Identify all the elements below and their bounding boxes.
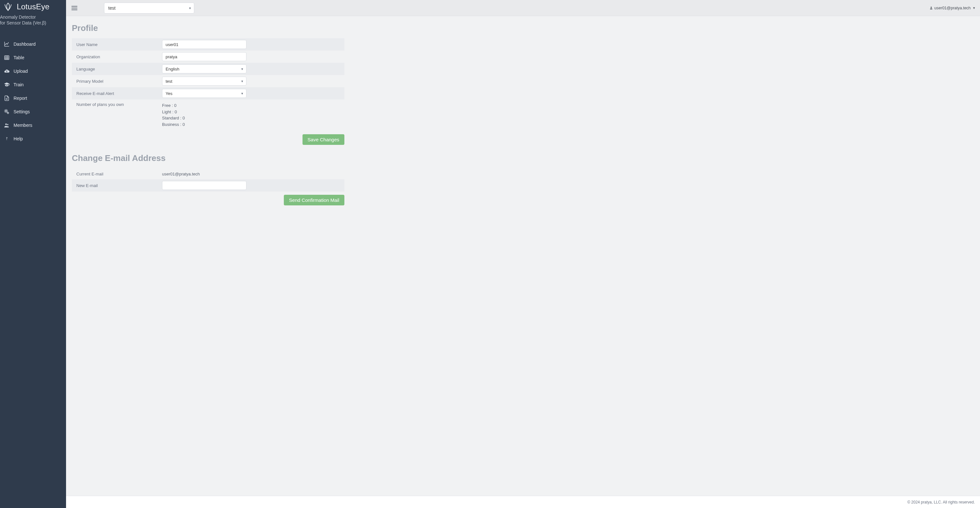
new-email-input[interactable]	[162, 181, 247, 190]
value-primary-model: test ▾	[162, 76, 344, 87]
sidebar-item-label: Settings	[14, 109, 30, 114]
main: Profile User Name Organization Language	[66, 0, 980, 508]
email-panel: Current E-mail user01@pratya.tech New E-…	[72, 168, 344, 192]
profile-title: Profile	[72, 23, 974, 33]
plan-standard: Standard : 0	[162, 115, 342, 121]
row-new-email: New E-mail	[72, 179, 344, 192]
email-actions: Send Confirmation Mail	[72, 195, 344, 205]
label-primary-model: Primary Model	[72, 79, 162, 84]
value-organization	[162, 51, 344, 62]
sidebar-item-label: Table	[14, 55, 24, 60]
brand-tagline-line1: Anomaly Detector	[0, 14, 36, 20]
graduation-cap-icon	[4, 82, 10, 87]
sidebar-item-label: Upload	[14, 68, 28, 74]
sidebar-item-help[interactable]: Help	[0, 132, 66, 146]
row-language: Language English ▾	[72, 63, 344, 75]
svg-point-1	[5, 110, 7, 112]
footer-copyright: © 2024 pratya, LLC. All rights reserved.	[907, 500, 975, 505]
label-receive-alert: Receive E-mail Alert	[72, 91, 162, 96]
sidebar-item-table[interactable]: Table	[0, 51, 66, 64]
brand-name: LotusEye	[17, 2, 49, 11]
sidebar-item-settings[interactable]: Settings	[0, 105, 66, 119]
sidebar-item-label: Train	[14, 82, 24, 87]
row-user-name: User Name	[72, 38, 344, 51]
primary-model-select[interactable]: test	[162, 77, 247, 86]
content: Profile User Name Organization Language	[66, 16, 980, 496]
brand: LotusEye	[0, 2, 66, 13]
top-model-select-wrap: test ▾	[104, 3, 194, 14]
profile-actions: Save Changes	[72, 134, 344, 145]
user-icon	[929, 6, 933, 10]
sidebar-item-label: Report	[14, 95, 27, 101]
sidebar-item-label: Dashboard	[14, 41, 36, 47]
email-title: Change E-mail Address	[72, 153, 974, 163]
svg-point-2	[7, 112, 8, 113]
label-language: Language	[72, 67, 162, 71]
profile-panel: User Name Organization Language English	[72, 38, 344, 131]
svg-point-5	[931, 6, 932, 8]
file-icon	[4, 95, 10, 101]
sidebar-item-upload[interactable]: Upload	[0, 64, 66, 78]
plan-light: Light : 0	[162, 109, 342, 115]
value-plans: Free : 0 Light : 0 Standard : 0 Business…	[162, 102, 344, 129]
row-current-email: Current E-mail user01@pratya.tech	[72, 168, 344, 179]
value-user-name	[162, 39, 344, 50]
user-email: user01@pratya.tech	[934, 6, 970, 10]
menu-toggle-icon[interactable]	[70, 5, 78, 11]
label-new-email: New E-mail	[72, 183, 162, 188]
value-current-email: user01@pratya.tech	[162, 171, 344, 177]
brand-tagline: Anomaly Detector for Sensor Data (Ver.β)	[0, 14, 66, 32]
chart-line-icon	[4, 41, 10, 47]
sidebar: LotusEye Anomaly Detector for Sensor Dat…	[0, 0, 66, 508]
gears-icon	[4, 109, 10, 114]
svg-rect-0	[5, 56, 9, 60]
send-confirmation-button[interactable]: Send Confirmation Mail	[284, 195, 344, 205]
sidebar-item-members[interactable]: Members	[0, 119, 66, 132]
label-user-name: User Name	[72, 42, 162, 47]
footer: © 2024 pratya, LLC. All rights reserved.	[66, 496, 980, 508]
sidebar-item-label: Help	[14, 136, 23, 141]
plan-business: Business : 0	[162, 121, 342, 128]
value-new-email	[162, 180, 344, 191]
row-plans: Number of plans you own Free : 0 Light :…	[72, 100, 344, 131]
value-language: English ▾	[162, 64, 344, 75]
label-current-email: Current E-mail	[72, 171, 162, 176]
user-name-input[interactable]	[162, 40, 247, 49]
sidebar-nav: Dashboard Table Upload Train Report	[0, 37, 66, 146]
label-plans: Number of plans you own	[72, 102, 162, 107]
receive-alert-select[interactable]: Yes	[162, 89, 247, 98]
organization-input[interactable]	[162, 52, 247, 61]
table-icon	[4, 55, 10, 60]
svg-point-3	[5, 124, 7, 125]
save-changes-button[interactable]: Save Changes	[302, 134, 344, 145]
users-icon	[4, 122, 10, 128]
value-receive-alert: Yes ▾	[162, 88, 344, 99]
plan-free: Free : 0	[162, 102, 342, 109]
caret-down-icon: ▼	[973, 6, 975, 10]
row-primary-model: Primary Model test ▾	[72, 75, 344, 87]
row-organization: Organization	[72, 51, 344, 63]
top-model-select[interactable]: test	[104, 3, 194, 14]
topbar: test ▾ user01@pratya.tech ▼	[66, 0, 980, 16]
sidebar-item-train[interactable]: Train	[0, 78, 66, 91]
sidebar-item-dashboard[interactable]: Dashboard	[0, 37, 66, 51]
brand-tagline-line2: for Sensor Data (Ver.β)	[0, 20, 46, 25]
question-icon	[4, 136, 10, 142]
label-organization: Organization	[72, 54, 162, 59]
svg-point-4	[7, 124, 8, 125]
sidebar-item-report[interactable]: Report	[0, 91, 66, 105]
brand-logo-icon	[3, 2, 14, 11]
language-select[interactable]: English	[162, 64, 247, 73]
user-menu[interactable]: user01@pratya.tech ▼	[929, 6, 975, 10]
sidebar-item-label: Members	[14, 123, 32, 128]
cloud-upload-icon	[4, 68, 10, 74]
row-receive-alert: Receive E-mail Alert Yes ▾	[72, 87, 344, 100]
